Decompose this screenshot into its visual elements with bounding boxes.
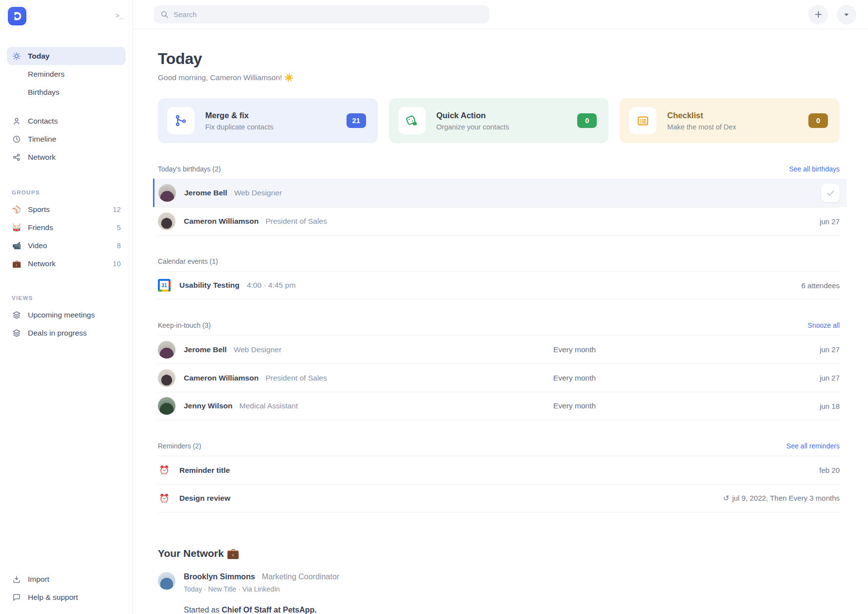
birthday-row[interactable]: Cameron Williamson President of Sales ju… (158, 207, 840, 235)
section-label: Calendar events (1) (158, 257, 218, 265)
sidebar-item-today[interactable]: Today (7, 47, 126, 65)
calendar-event-row[interactable]: 31 Usability Testing 4:00 · 4:45 pm 6 at… (158, 271, 840, 299)
check-icon (826, 189, 835, 198)
calendar-day-number: 31 (160, 281, 169, 290)
sidebar-view-upcoming-meetings[interactable]: Upcoming meetings (7, 306, 126, 324)
card-subtitle: Make the most of Dex (667, 123, 736, 131)
sidebar-item-import[interactable]: Import (7, 570, 126, 588)
contact-role: Medical Assistant (239, 402, 298, 410)
event-attendees: 6 attendees (802, 281, 840, 290)
search-box[interactable] (154, 5, 489, 23)
quick-action-card[interactable]: Quick Action Organize your contacts 0 (389, 98, 609, 143)
footer-item-label: Help & support (28, 593, 78, 602)
sidebar-item-birthdays[interactable]: Birthdays (7, 83, 126, 101)
google-calendar-icon: 31 (158, 279, 171, 292)
sidebar-item-timeline[interactable]: Timeline (7, 130, 126, 148)
sidebar-nav: Today Reminders Birthdays Contacts Timel… (7, 47, 126, 166)
sidebar: >_ Today Reminders Birthdays Contacts Ti… (0, 0, 133, 614)
main-area: Today Good morning, Cameron Williamson! … (133, 0, 868, 614)
card-count-badge: 21 (347, 113, 366, 128)
footer-item-label: Import (28, 575, 49, 584)
avatar (158, 184, 176, 202)
contact-role: Web Designer (234, 345, 282, 354)
group-count: 12 (113, 206, 121, 213)
card-title: Checklist (667, 111, 736, 120)
birthday-row[interactable]: Jerome Bell Web Designer (153, 179, 846, 207)
page-title: Today (158, 50, 840, 68)
touch-date: jun 27 (820, 345, 840, 354)
reminder-row[interactable]: ⏰ Reminder title feb 20 (158, 456, 840, 484)
sidebar-item-reminders[interactable]: Reminders (7, 65, 126, 83)
reminders-section: Reminders (2) See all reminders ⏰ Remind… (158, 442, 840, 512)
contact-role: President of Sales (265, 374, 327, 382)
layers-icon (12, 311, 22, 319)
alarm-clock-icon: ⏰ (158, 465, 171, 475)
plus-icon (814, 10, 823, 19)
view-label: Upcoming meetings (28, 311, 95, 319)
card-title: Quick Action (436, 111, 509, 120)
checklist-card[interactable]: Checklist Make the most of Dex 0 (620, 98, 840, 143)
add-button[interactable] (808, 5, 828, 24)
touch-date: jun 27 (820, 374, 840, 382)
mark-done-button[interactable] (821, 184, 840, 202)
dice-icon (398, 107, 426, 134)
contact-name: Jerome Bell (184, 189, 227, 197)
sidebar-group-video[interactable]: 📹 Video 8 (7, 236, 126, 254)
sidebar-view-deals-in-progress[interactable]: Deals in progress (7, 324, 126, 342)
event-time: 4:00 · 4:45 pm (247, 281, 296, 290)
sidebar-item-contacts[interactable]: Contacts (7, 112, 126, 130)
sidebar-group-friends[interactable]: 🥁 Friends 5 (7, 218, 126, 236)
keep-in-touch-section: Keep-in-touch (3) Snooze all Jerome Bell… (158, 321, 840, 420)
sidebar-item-network[interactable]: Network (7, 148, 126, 166)
contact-name: Jerome Bell (184, 345, 227, 354)
reminder-title: Design review (179, 494, 230, 503)
calendar-events-section: Calendar events (1) 31 Usability Testing… (158, 257, 840, 299)
keep-in-touch-row[interactable]: Jerome Bell Web Designer Every month jun… (158, 335, 840, 363)
download-icon (12, 575, 22, 584)
reminder-title: Reminder title (179, 466, 230, 475)
search-input[interactable] (174, 10, 483, 19)
account-menu-button[interactable] (837, 5, 856, 24)
update-meta: Today · New Title · Via LinkedIn (184, 585, 339, 593)
sidebar-group-network[interactable]: 💼 Network 10 (7, 254, 126, 273)
sidebar-item-help-support[interactable]: Help & support (7, 588, 126, 606)
snooze-all-link[interactable]: Snooze all (808, 321, 840, 329)
card-title: Merge & fix (205, 111, 273, 120)
sidebar-group-sports[interactable]: ⚾ Sports 12 (7, 200, 126, 218)
merge-fix-card[interactable]: Merge & fix Fix duplicate contacts 21 (158, 98, 378, 143)
see-all-birthdays-link[interactable]: See all birthdays (789, 165, 840, 173)
contact-role: Web Designer (234, 189, 282, 197)
group-count: 8 (117, 242, 121, 250)
chat-bubble-icon (12, 593, 22, 602)
app-logo[interactable] (8, 7, 26, 25)
sidebar-item-label: Reminders (28, 70, 65, 79)
contact-role: Marketing Coordinator (262, 572, 339, 581)
birthday-date: jun 27 (820, 217, 840, 226)
keep-in-touch-row[interactable]: Jenny Wilson Medical Assistant Every mon… (158, 392, 840, 420)
your-network-section: Your Network 💼 Brooklyn Simmons Marketin… (158, 548, 840, 614)
see-all-reminders-link[interactable]: See all reminders (786, 442, 840, 450)
merge-icon (167, 107, 195, 134)
views-section-label: VIEWS (12, 295, 121, 301)
sidebar-item-label: Birthdays (28, 88, 60, 97)
avatar (158, 397, 175, 415)
card-subtitle: Fix duplicate contacts (205, 123, 273, 131)
sidebar-item-label: Contacts (28, 117, 58, 126)
action-cards: Merge & fix Fix duplicate contacts 21 Qu… (158, 98, 840, 143)
network-update-row[interactable]: Brooklyn Simmons Marketing Coordinator T… (158, 572, 840, 614)
baseball-icon: ⚾ (12, 205, 22, 214)
network-title: Your Network 💼 (158, 548, 840, 559)
greeting-text: Good morning, Cameron Williamson! ☀️ (158, 73, 840, 82)
sun-icon (12, 51, 22, 61)
checklist-icon (629, 107, 656, 134)
group-label: Network (28, 259, 56, 268)
collapse-sidebar-icon[interactable]: >_ (115, 12, 123, 20)
reminder-row[interactable]: ⏰ Design review ↺jul 9, 2022, Then Every… (158, 484, 840, 512)
contact-role: President of Sales (265, 217, 327, 226)
keep-in-touch-row[interactable]: Cameron Williamson President of Sales Ev… (158, 363, 840, 392)
group-label: Sports (28, 205, 50, 214)
card-count-badge: 0 (577, 113, 597, 128)
section-label: Reminders (2) (158, 442, 201, 450)
view-label: Deals in progress (28, 329, 87, 338)
card-subtitle: Organize your contacts (436, 123, 509, 131)
